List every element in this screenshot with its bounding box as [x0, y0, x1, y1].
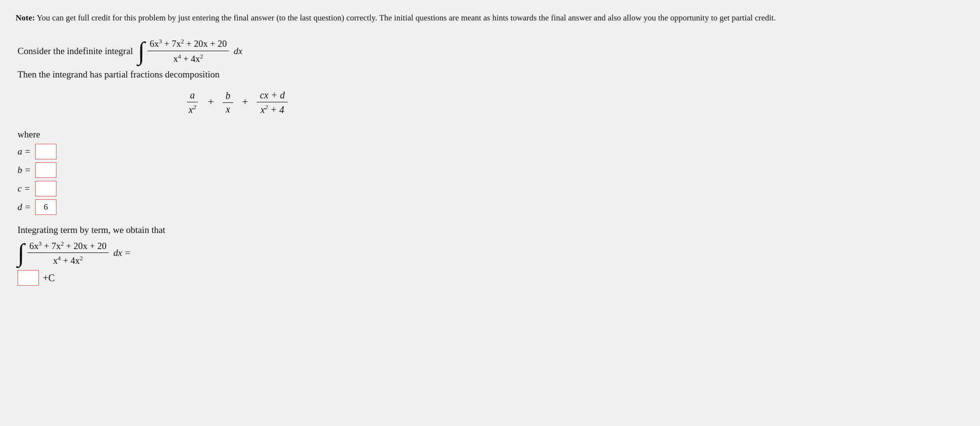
plus-1: +	[208, 96, 214, 108]
main-content: Consider the indefinite integral ∫ 6x3 +…	[16, 38, 964, 286]
result-fraction-denom: x4 + 4x2	[51, 254, 85, 266]
integral-block-2: ∫ 6x3 + 7x2 + 20x + 20 x4 + 4x2 dx =	[18, 240, 131, 267]
main-fraction: 6x3 + 7x2 + 20x + 20 x4 + 4x2	[148, 38, 229, 64]
where-label: where	[18, 129, 964, 140]
consider-line: Consider the indefinite integral ∫ 6x3 +…	[18, 38, 964, 64]
plus-c-label: +C	[43, 272, 55, 284]
result-fraction-numer: 6x3 + 7x2 + 20x + 20	[27, 240, 109, 253]
dx-equals-label: dx =	[113, 248, 131, 258]
result-row: +C	[18, 270, 964, 286]
b-label: b =	[18, 165, 32, 175]
pf-term-1: a x2	[186, 90, 199, 116]
note-bold: Note:	[16, 13, 35, 22]
pf-term3-numer: cx + d	[257, 90, 287, 102]
d-input[interactable]	[35, 199, 57, 215]
c-label: c =	[18, 183, 32, 194]
pf-term2-numer: b	[223, 90, 233, 103]
a-row: a =	[18, 144, 964, 159]
b-row: b =	[18, 162, 964, 178]
pf-term1-denom: x2	[186, 102, 199, 116]
integral-sign: ∫	[138, 39, 145, 64]
c-input[interactable]	[35, 181, 57, 196]
b-input[interactable]	[35, 162, 57, 178]
d-label: d =	[18, 202, 32, 213]
partial-fraction-display: a x2 + b x + cx + d x2 + 4	[18, 90, 456, 116]
d-row: d =	[18, 199, 964, 215]
integrating-line: Integrating term by term, we obtain that	[18, 225, 964, 235]
a-label: a =	[18, 146, 32, 157]
main-fraction-denom: x4 + 4x2	[171, 52, 205, 64]
dx-label: dx	[234, 46, 243, 57]
result-fraction: 6x3 + 7x2 + 20x + 20 x4 + 4x2	[27, 240, 109, 267]
consider-text: Consider the indefinite integral	[18, 46, 133, 57]
a-input[interactable]	[35, 144, 57, 159]
pf-term-2: b x	[223, 90, 233, 115]
integral-block: ∫ 6x3 + 7x2 + 20x + 20 x4 + 4x2 dx	[138, 38, 243, 64]
result-input[interactable]	[18, 270, 39, 286]
plus-2: +	[242, 96, 248, 108]
integral-result-line: ∫ 6x3 + 7x2 + 20x + 20 x4 + 4x2 dx =	[18, 240, 964, 267]
pf-term3-denom: x2 + 4	[258, 102, 287, 116]
main-fraction-numer: 6x3 + 7x2 + 20x + 20	[148, 38, 229, 51]
integral-sign-2: ∫	[18, 240, 24, 266]
then-line: Then the integrand has partial fractions…	[18, 69, 964, 80]
note-text: You can get full credit for this problem…	[35, 13, 776, 22]
where-section: where a = b = c = d =	[18, 129, 964, 215]
pf-term-3: cx + d x2 + 4	[257, 90, 287, 116]
c-row: c =	[18, 181, 964, 196]
pf-term2-denom: x	[223, 103, 233, 115]
pf-term1-numer: a	[187, 90, 198, 102]
integrating-section: Integrating term by term, we obtain that…	[18, 225, 964, 286]
note-block: Note: You can get full credit for this p…	[16, 12, 964, 24]
